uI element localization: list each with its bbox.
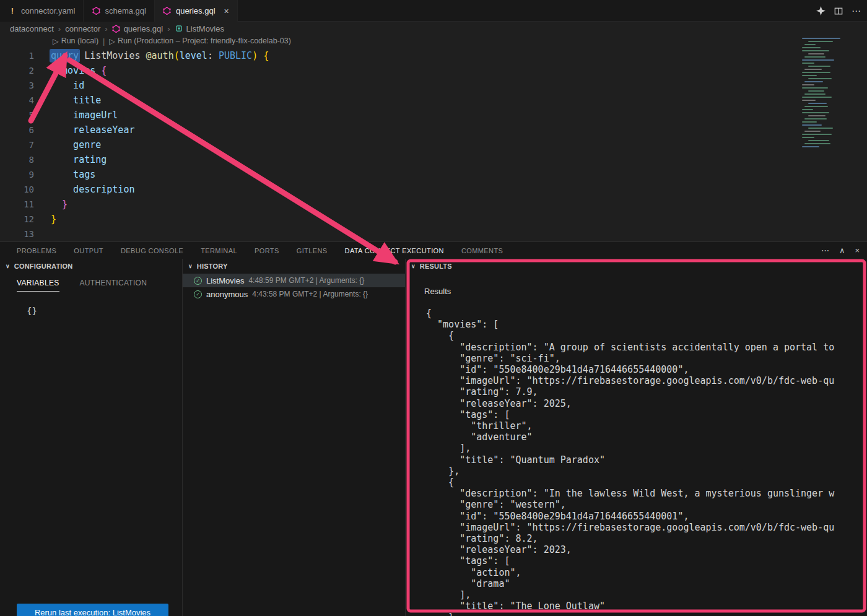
code-editor[interactable]: ▷ Run (local) | ▷ Run (Production – Proj… bbox=[0, 35, 867, 241]
copilot-sparkle-icon[interactable] bbox=[816, 6, 826, 15]
panel-close-icon[interactable]: × bbox=[855, 246, 860, 255]
code-line-12: 12} bbox=[0, 212, 786, 227]
editor-tab-connector.yaml[interactable]: !connector.yaml bbox=[0, 0, 84, 22]
rerun-button[interactable]: Rerun last execution: ListMovies bbox=[17, 604, 168, 616]
config-tab-strip: VARIABLESAUTHENTICATION bbox=[0, 274, 182, 292]
variables-value: {} bbox=[27, 306, 37, 316]
editor-tab-schema.gql[interactable]: schema.gql bbox=[84, 0, 154, 22]
code-line-9: 9 tags bbox=[0, 167, 786, 182]
run-production-button[interactable]: ▷ Run (Production – Project: friendly-fl… bbox=[109, 37, 291, 46]
graphql-icon bbox=[112, 24, 121, 33]
history-item-anonymous[interactable]: ✓anonymous4:43:58 PM GMT+2 | Arguments: … bbox=[183, 287, 405, 301]
yaml-warning-icon: ! bbox=[8, 7, 17, 15]
results-header[interactable]: ∨ RESULTS bbox=[406, 259, 867, 274]
play-icon: ▷ bbox=[53, 37, 59, 46]
configuration-header-label: CONFIGURATION bbox=[14, 262, 73, 270]
code-line-6: 6 releaseYear bbox=[0, 123, 786, 137]
split-editor-icon[interactable] bbox=[834, 7, 843, 15]
tab-strip: !connector.yamlschema.gqlqueries.gql× bbox=[0, 0, 867, 22]
code-line-1: 1query ListMovies @auth(level: PUBLIC) { bbox=[0, 48, 786, 63]
breadcrumb-item-ListMovies[interactable]: ListMovies bbox=[175, 24, 224, 33]
panel-tab-comments[interactable]: COMMENTS bbox=[461, 247, 503, 254]
results-json: { "movies": [ { "description": "A group … bbox=[426, 308, 834, 616]
history-item-meta: 4:43:58 PM GMT+2 | Arguments: {} bbox=[252, 290, 368, 298]
tab-label: queries.gql bbox=[176, 6, 216, 15]
history-header[interactable]: ∨ HISTORY bbox=[183, 259, 405, 274]
code-line-3: 3 id bbox=[0, 78, 786, 93]
panel-maximize-icon[interactable]: ∧ bbox=[839, 246, 845, 255]
breadcrumb-item-dataconnect[interactable]: dataconnect bbox=[10, 24, 54, 33]
panel-tab-data-connect-execution[interactable]: DATA CONNECT EXECUTION bbox=[345, 247, 444, 254]
panel-more-icon[interactable]: ⋯ bbox=[821, 246, 829, 255]
breadcrumb-separator: › bbox=[58, 24, 61, 33]
panel-tab-terminal[interactable]: TERMINAL bbox=[201, 247, 237, 254]
breadcrumb: dataconnect›connector›queries.gql›ListMo… bbox=[0, 22, 867, 35]
history-item-meta: 4:48:59 PM GMT+2 | Arguments: {} bbox=[248, 276, 364, 285]
history-header-label: HISTORY bbox=[197, 262, 228, 270]
history-list: ✓ListMovies4:48:59 PM GMT+2 | Arguments:… bbox=[183, 274, 405, 301]
run-production-label: Run (Production – Project: friendly-flix… bbox=[118, 37, 291, 46]
bottom-panel: PROBLEMSOUTPUTDEBUG CONSOLETERMINALPORTS… bbox=[0, 241, 867, 616]
editor-tab-queries.gql[interactable]: queries.gql× bbox=[155, 0, 238, 22]
graphql-icon bbox=[92, 7, 100, 15]
operation-icon bbox=[175, 24, 183, 33]
breadcrumb-separator: › bbox=[105, 24, 107, 33]
panel-tab-strip: PROBLEMSOUTPUTDEBUG CONSOLETERMINALPORTS… bbox=[0, 242, 793, 259]
code-line-2: 2 movies { bbox=[0, 63, 786, 78]
close-tab-icon[interactable]: × bbox=[224, 7, 229, 15]
tabbar-actions: ⋯ bbox=[816, 0, 861, 22]
results-header-label: RESULTS bbox=[420, 262, 452, 270]
code-line-10: 10 description bbox=[0, 182, 786, 197]
results-title: Results bbox=[424, 287, 451, 296]
chevron-down-icon: ∨ bbox=[6, 263, 10, 269]
history-item-ListMovies[interactable]: ✓ListMovies4:48:59 PM GMT+2 | Arguments:… bbox=[183, 274, 405, 287]
code-line-8: 8 rating bbox=[0, 152, 786, 167]
panel-body: ∨ CONFIGURATION VARIABLESAUTHENTICATION … bbox=[0, 259, 867, 616]
graphql-icon bbox=[163, 7, 172, 15]
code-lines: 1query ListMovies @auth(level: PUBLIC) {… bbox=[0, 48, 786, 241]
tab-label: connector.yaml bbox=[21, 6, 75, 15]
panel-actions: ⋯ ∧ × bbox=[821, 242, 860, 259]
panel-tab-debug-console[interactable]: DEBUG CONSOLE bbox=[121, 247, 183, 254]
configuration-header[interactable]: ∨ CONFIGURATION bbox=[0, 259, 182, 274]
config-tab-authentication[interactable]: AUTHENTICATION bbox=[80, 279, 147, 292]
chevron-down-icon: ∨ bbox=[188, 263, 193, 269]
breadcrumb-item-queries.gql[interactable]: queries.gql bbox=[112, 24, 163, 33]
minimap[interactable] bbox=[795, 36, 867, 149]
panel-tab-ports[interactable]: PORTS bbox=[255, 247, 279, 254]
run-local-button[interactable]: ▷ Run (local) bbox=[53, 37, 98, 46]
code-line-13: 13 bbox=[0, 227, 786, 241]
play-icon: ▷ bbox=[109, 37, 115, 46]
breadcrumb-separator: › bbox=[167, 24, 170, 33]
tab-label: schema.gql bbox=[105, 6, 146, 15]
config-tab-variables[interactable]: VARIABLES bbox=[17, 279, 59, 292]
code-line-4: 4 title bbox=[0, 93, 786, 108]
panel-tab-gitlens[interactable]: GITLENS bbox=[297, 247, 328, 254]
codelens-separator: | bbox=[103, 37, 105, 46]
code-line-7: 7 genre bbox=[0, 137, 786, 152]
more-actions-icon[interactable]: ⋯ bbox=[852, 6, 861, 17]
configuration-section: ∨ CONFIGURATION VARIABLESAUTHENTICATION … bbox=[0, 259, 183, 616]
history-item-name: ListMovies bbox=[206, 276, 244, 285]
codelens: ▷ Run (local) | ▷ Run (Production – Proj… bbox=[53, 37, 291, 46]
check-circle-icon: ✓ bbox=[194, 290, 202, 298]
chevron-down-icon: ∨ bbox=[411, 263, 416, 269]
panel-tab-problems[interactable]: PROBLEMS bbox=[17, 247, 56, 254]
run-local-label: Run (local) bbox=[61, 37, 98, 46]
code-line-11: 11 } bbox=[0, 197, 786, 212]
panel-tab-output[interactable]: OUTPUT bbox=[74, 247, 103, 254]
history-section: ∨ HISTORY ✓ListMovies4:48:59 PM GMT+2 | … bbox=[183, 259, 406, 616]
breadcrumb-item-connector[interactable]: connector bbox=[65, 24, 100, 33]
check-circle-icon: ✓ bbox=[194, 277, 202, 285]
code-line-5: 5 imageUrl bbox=[0, 108, 786, 123]
editor-tab-bar: !connector.yamlschema.gqlqueries.gql× ⋯ bbox=[0, 0, 867, 22]
vscode-window: !connector.yamlschema.gqlqueries.gql× ⋯ … bbox=[0, 0, 867, 616]
history-item-name: anonymous bbox=[206, 290, 248, 299]
results-section: ∨ RESULTS Results { "movies": [ { "descr… bbox=[406, 259, 867, 616]
